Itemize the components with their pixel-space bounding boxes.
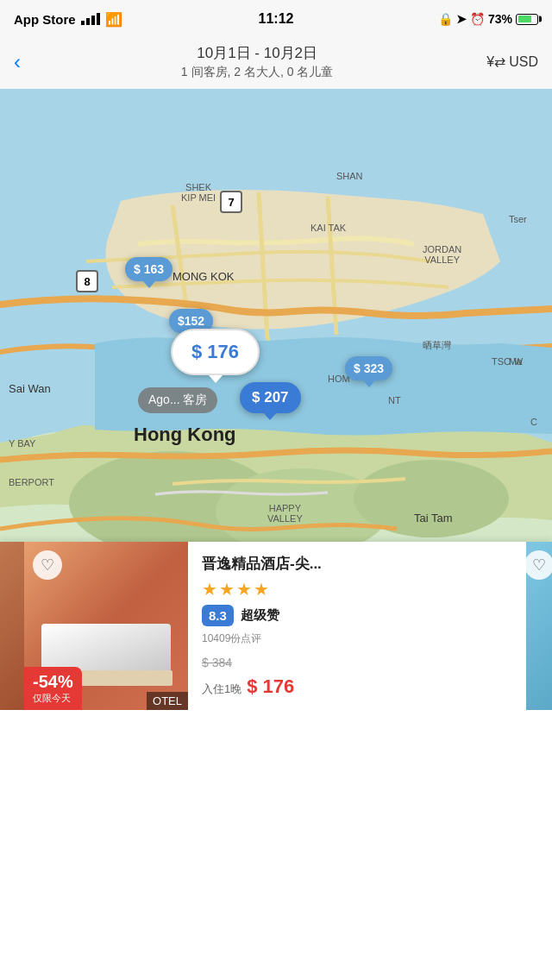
- price-pin-176[interactable]: $ 176: [171, 329, 260, 375]
- discount-badge: -54% 仅限今天: [24, 667, 82, 710]
- discount-note: 仅限今天: [33, 692, 73, 705]
- ago-label: Ago... 客房: [138, 387, 217, 413]
- hotel-strip: OTEL -54% 仅限今天 ♡ 晋逸精品酒店-尖... ★★★★ 8.3 超级…: [0, 542, 552, 710]
- wifi-icon: 📶: [105, 11, 122, 28]
- night-label: 入住1晚: [202, 682, 242, 697]
- discount-pct: -54%: [33, 672, 73, 692]
- hotel-heart-button[interactable]: ♡: [33, 550, 62, 580]
- currency-icon: ¥⇄: [486, 53, 505, 70]
- rating-row: 8.3 超级赞: [202, 605, 512, 626]
- location-icon: ➤: [456, 12, 467, 26]
- final-price: $ 176: [247, 675, 294, 698]
- currency-selector[interactable]: ¥⇄ USD: [486, 53, 538, 70]
- lock-icon: 🔒: [438, 12, 453, 26]
- header-center: 10月1日 - 10月2日 1 间客房, 2 名大人, 0 名儿童: [28, 43, 486, 80]
- guests-info: 1 间客房, 2 名大人, 0 名儿童: [28, 65, 486, 80]
- signal-bars: [81, 13, 100, 25]
- battery-icon: [516, 14, 538, 25]
- price-pin-323[interactable]: $ 323: [345, 356, 392, 380]
- review-count: 10409份点评: [202, 631, 512, 646]
- original-price: $ 384: [202, 656, 232, 669]
- hotel-image-wrap: OTEL -54% 仅限今天 ♡: [24, 542, 188, 710]
- hotel-brand: OTEL: [147, 692, 188, 710]
- status-bar: App Store 📶 11:12 🔒 ➤ ⏰ 73%: [0, 0, 552, 38]
- status-time: 11:12: [259, 11, 294, 27]
- header-nav: ‹ 10月1日 - 10月2日 1 间客房, 2 名大人, 0 名儿童 ¥⇄ U…: [0, 38, 552, 89]
- hotel-right-heart[interactable]: ♡: [524, 550, 552, 580]
- currency-label: USD: [509, 54, 538, 70]
- hotel-info: 晋逸精品酒店-尖... ★★★★ 8.3 超级赞 10409份点评 $ 384 …: [188, 542, 526, 710]
- price-pin-207[interactable]: $ 207: [240, 382, 301, 413]
- rating-text: 超级赞: [241, 607, 279, 624]
- price-pin-163[interactable]: $ 163: [125, 257, 172, 281]
- map-container[interactable]: SHEKKIP MEI KAI TAK JORDANVALLEY MONG KO…: [0, 89, 552, 710]
- back-button[interactable]: ‹: [14, 47, 28, 78]
- hotel-stars: ★★★★: [202, 579, 512, 600]
- rating-score: 8.3: [202, 605, 234, 626]
- date-range: 10月1日 - 10月2日: [28, 43, 486, 63]
- hotel-right-edge: ♡: [526, 542, 552, 710]
- road-badge-8: 8: [76, 270, 98, 292]
- hotel-name: 晋逸精品酒店-尖...: [202, 554, 512, 574]
- hotel-left-edge: [0, 542, 24, 710]
- carrier-label: App Store: [14, 12, 76, 27]
- road-badge-7: 7: [220, 191, 242, 213]
- battery-pct: 73%: [488, 12, 512, 26]
- price-row: $ 384: [202, 655, 512, 670]
- alarm-icon: ⏰: [470, 12, 485, 26]
- final-price-row: 入住1晚 $ 176: [202, 675, 512, 698]
